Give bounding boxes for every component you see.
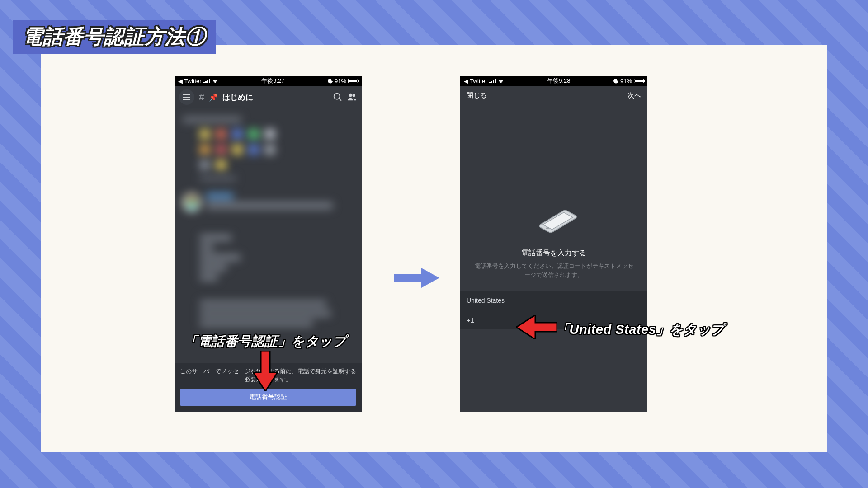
hash-icon: # <box>199 91 204 103</box>
close-button[interactable]: 閉じる <box>467 91 487 100</box>
members-icon[interactable] <box>347 92 357 102</box>
country-selector[interactable]: United States <box>460 291 647 310</box>
battery-pct: 91% <box>620 78 632 84</box>
battery-icon <box>634 79 644 83</box>
clock: 午後9:28 <box>547 77 570 85</box>
avatar: 👨‍💻 <box>183 193 201 211</box>
dnd-moon-icon <box>613 79 618 84</box>
arrow-down-icon <box>253 351 278 391</box>
back-to-app[interactable]: ◀ Twitter <box>178 78 202 84</box>
search-icon[interactable] <box>333 92 343 102</box>
callout-tap-verify: 「電話番号認証」をタップ <box>184 333 346 351</box>
clock: 午後9:27 <box>261 77 284 85</box>
battery-icon <box>348 79 358 83</box>
wifi-icon <box>212 79 218 83</box>
wifi-icon <box>498 79 504 83</box>
channel-navbar: # 📌 はじめに <box>175 86 362 108</box>
transition-arrow-icon <box>394 267 439 289</box>
channel-name: はじめに <box>222 92 253 103</box>
text-cursor <box>478 316 478 324</box>
next-button[interactable]: 次へ <box>627 91 641 100</box>
dnd-moon-icon <box>328 79 333 84</box>
status-bar: ◀ Twitter 午後9:27 91% <box>175 76 362 86</box>
content-canvas: ◀ Twitter 午後9:27 91% # 📌 はじめに <box>41 45 827 452</box>
signal-icon <box>489 79 496 83</box>
slide-title: 電話番号認証方法① <box>23 25 206 47</box>
country-prefix: +1 <box>467 316 474 324</box>
phone-illustration <box>460 105 647 245</box>
back-to-app[interactable]: ◀ Twitter <box>464 78 487 84</box>
status-bar: ◀ Twitter 午後9:28 91% <box>460 76 647 86</box>
battery-pct: 91% <box>335 78 346 84</box>
svg-point-0 <box>546 227 549 229</box>
modal-subtitle: 電話番号を入力してください。認証コードがテキストメッセージで送信されます。 <box>460 258 647 279</box>
signal-icon <box>203 79 210 83</box>
menu-button[interactable] <box>179 89 194 105</box>
modal-navbar: 閉じる 次へ <box>460 86 647 105</box>
slide-title-banner: 電話番号認証方法① <box>13 20 216 54</box>
phone-screenshot-right: ◀ Twitter 午後9:28 91% 閉じる 次へ <box>460 76 647 412</box>
modal-title: 電話番号を入力する <box>460 249 647 258</box>
callout-tap-country: 「United States」をタップ <box>556 321 725 339</box>
country-label: United States <box>467 297 505 304</box>
arrow-left-icon <box>516 315 557 339</box>
pin-icon: 📌 <box>209 93 218 102</box>
